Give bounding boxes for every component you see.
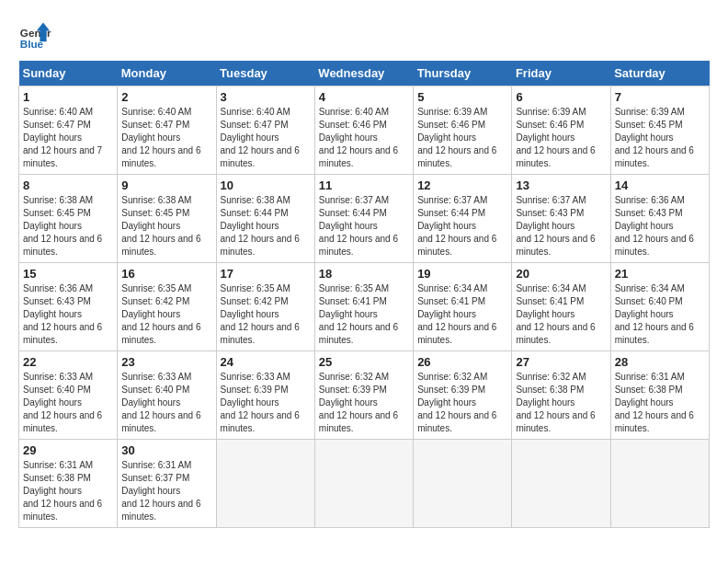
logo: General Blue	[18, 18, 51, 52]
calendar-cell: 10 Sunrise: 6:38 AMSunset: 6:44 PMDaylig…	[216, 175, 314, 263]
week-row-4: 22 Sunrise: 6:33 AMSunset: 6:40 PMDaylig…	[19, 351, 710, 440]
calendar-cell: 1 Sunrise: 6:40 AMSunset: 6:47 PMDayligh…	[19, 86, 118, 175]
day-detail: Sunrise: 6:39 AMSunset: 6:46 PMDaylight …	[417, 107, 496, 168]
calendar-cell: 26 Sunrise: 6:32 AMSunset: 6:39 PMDaylig…	[414, 351, 512, 440]
day-detail: Sunrise: 6:31 AMSunset: 6:38 PMDaylight …	[615, 372, 694, 433]
day-number: 26	[417, 355, 507, 369]
day-detail: Sunrise: 6:38 AMSunset: 6:44 PMDaylight …	[221, 195, 300, 257]
day-detail: Sunrise: 6:39 AMSunset: 6:45 PMDaylight …	[615, 107, 694, 168]
calendar-cell: 12 Sunrise: 6:37 AMSunset: 6:44 PMDaylig…	[414, 175, 512, 263]
day-detail: Sunrise: 6:35 AMSunset: 6:41 PMDaylight …	[319, 283, 398, 345]
calendar-cell: 30 Sunrise: 6:31 AMSunset: 6:37 PMDaylig…	[118, 440, 216, 528]
weekday-monday: Monday	[118, 61, 216, 86]
calendar-cell	[610, 440, 709, 528]
calendar-cell: 15 Sunrise: 6:36 AMSunset: 6:43 PMDaylig…	[19, 263, 118, 351]
calendar-cell: 4 Sunrise: 6:40 AMSunset: 6:46 PMDayligh…	[314, 86, 413, 175]
calendar-cell: 17 Sunrise: 6:35 AMSunset: 6:42 PMDaylig…	[216, 263, 314, 351]
day-number: 27	[516, 355, 606, 369]
calendar-cell: 27 Sunrise: 6:32 AMSunset: 6:38 PMDaylig…	[512, 351, 610, 440]
day-detail: Sunrise: 6:36 AMSunset: 6:43 PMDaylight …	[615, 195, 694, 257]
day-number: 15	[23, 267, 113, 281]
calendar-cell: 13 Sunrise: 6:37 AMSunset: 6:43 PMDaylig…	[512, 175, 610, 263]
day-detail: Sunrise: 6:40 AMSunset: 6:47 PMDaylight …	[221, 107, 300, 168]
week-row-3: 15 Sunrise: 6:36 AMSunset: 6:43 PMDaylig…	[19, 263, 710, 351]
weekday-sunday: Sunday	[19, 61, 118, 86]
calendar-cell: 7 Sunrise: 6:39 AMSunset: 6:45 PMDayligh…	[610, 86, 709, 175]
calendar-cell	[314, 440, 413, 528]
calendar-cell: 20 Sunrise: 6:34 AMSunset: 6:41 PMDaylig…	[512, 263, 610, 351]
calendar-cell	[414, 440, 512, 528]
day-detail: Sunrise: 6:31 AMSunset: 6:38 PMDaylight …	[23, 460, 102, 522]
calendar-cell: 18 Sunrise: 6:35 AMSunset: 6:41 PMDaylig…	[314, 263, 413, 351]
day-detail: Sunrise: 6:38 AMSunset: 6:45 PMDaylight …	[23, 195, 102, 257]
day-detail: Sunrise: 6:34 AMSunset: 6:40 PMDaylight …	[615, 283, 694, 345]
day-detail: Sunrise: 6:37 AMSunset: 6:44 PMDaylight …	[417, 195, 496, 257]
calendar-cell: 9 Sunrise: 6:38 AMSunset: 6:45 PMDayligh…	[118, 175, 216, 263]
week-row-5: 29 Sunrise: 6:31 AMSunset: 6:38 PMDaylig…	[19, 440, 710, 528]
day-number: 3	[221, 90, 311, 104]
calendar-cell	[216, 440, 314, 528]
day-detail: Sunrise: 6:32 AMSunset: 6:39 PMDaylight …	[417, 372, 496, 433]
calendar-table: SundayMondayTuesdayWednesdayThursdayFrid…	[18, 61, 710, 528]
calendar-cell: 29 Sunrise: 6:31 AMSunset: 6:38 PMDaylig…	[19, 440, 118, 528]
calendar-cell: 23 Sunrise: 6:33 AMSunset: 6:40 PMDaylig…	[118, 351, 216, 440]
day-number: 30	[121, 443, 211, 457]
day-detail: Sunrise: 6:37 AMSunset: 6:44 PMDaylight …	[319, 195, 398, 257]
day-detail: Sunrise: 6:34 AMSunset: 6:41 PMDaylight …	[417, 283, 496, 345]
day-number: 18	[319, 267, 409, 281]
day-number: 8	[23, 178, 113, 192]
calendar-cell: 24 Sunrise: 6:33 AMSunset: 6:39 PMDaylig…	[216, 351, 314, 440]
day-detail: Sunrise: 6:32 AMSunset: 6:39 PMDaylight …	[319, 372, 398, 433]
header: General Blue	[18, 18, 710, 52]
calendar-cell: 6 Sunrise: 6:39 AMSunset: 6:46 PMDayligh…	[512, 86, 610, 175]
day-detail: Sunrise: 6:35 AMSunset: 6:42 PMDaylight …	[121, 283, 200, 345]
day-detail: Sunrise: 6:32 AMSunset: 6:38 PMDaylight …	[516, 372, 595, 433]
calendar-cell: 25 Sunrise: 6:32 AMSunset: 6:39 PMDaylig…	[314, 351, 413, 440]
day-number: 4	[319, 90, 409, 104]
day-detail: Sunrise: 6:39 AMSunset: 6:46 PMDaylight …	[516, 107, 595, 168]
day-number: 21	[615, 267, 705, 281]
day-number: 9	[121, 178, 211, 192]
day-number: 5	[417, 90, 507, 104]
day-number: 19	[417, 267, 507, 281]
day-number: 11	[319, 178, 409, 192]
day-number: 10	[221, 178, 311, 192]
logo-icon: General Blue	[18, 18, 51, 52]
day-detail: Sunrise: 6:33 AMSunset: 6:39 PMDaylight …	[221, 372, 300, 433]
day-number: 28	[615, 355, 705, 369]
calendar-cell	[512, 440, 610, 528]
day-detail: Sunrise: 6:37 AMSunset: 6:43 PMDaylight …	[516, 195, 595, 257]
day-number: 25	[319, 355, 409, 369]
day-number: 22	[23, 355, 113, 369]
weekday-friday: Friday	[512, 61, 610, 86]
calendar-cell: 19 Sunrise: 6:34 AMSunset: 6:41 PMDaylig…	[414, 263, 512, 351]
day-number: 20	[516, 267, 606, 281]
day-number: 6	[516, 90, 606, 104]
calendar-cell: 22 Sunrise: 6:33 AMSunset: 6:40 PMDaylig…	[19, 351, 118, 440]
calendar-cell: 28 Sunrise: 6:31 AMSunset: 6:38 PMDaylig…	[610, 351, 709, 440]
day-number: 1	[23, 90, 113, 104]
weekday-tuesday: Tuesday	[216, 61, 314, 86]
calendar-cell: 14 Sunrise: 6:36 AMSunset: 6:43 PMDaylig…	[610, 175, 709, 263]
day-detail: Sunrise: 6:33 AMSunset: 6:40 PMDaylight …	[23, 372, 102, 433]
weekday-wednesday: Wednesday	[314, 61, 413, 86]
day-number: 2	[121, 90, 211, 104]
day-number: 16	[121, 267, 211, 281]
day-number: 23	[121, 355, 211, 369]
day-number: 29	[23, 443, 113, 457]
day-number: 7	[615, 90, 705, 104]
day-detail: Sunrise: 6:34 AMSunset: 6:41 PMDaylight …	[516, 283, 595, 345]
calendar-cell: 3 Sunrise: 6:40 AMSunset: 6:47 PMDayligh…	[216, 86, 314, 175]
day-detail: Sunrise: 6:33 AMSunset: 6:40 PMDaylight …	[121, 372, 200, 433]
calendar-cell: 2 Sunrise: 6:40 AMSunset: 6:47 PMDayligh…	[118, 86, 216, 175]
calendar-cell: 11 Sunrise: 6:37 AMSunset: 6:44 PMDaylig…	[314, 175, 413, 263]
day-number: 24	[221, 355, 311, 369]
day-detail: Sunrise: 6:36 AMSunset: 6:43 PMDaylight …	[23, 283, 102, 345]
calendar-cell: 8 Sunrise: 6:38 AMSunset: 6:45 PMDayligh…	[19, 175, 118, 263]
week-row-1: 1 Sunrise: 6:40 AMSunset: 6:47 PMDayligh…	[19, 86, 710, 175]
day-detail: Sunrise: 6:35 AMSunset: 6:42 PMDaylight …	[221, 283, 300, 345]
week-row-2: 8 Sunrise: 6:38 AMSunset: 6:45 PMDayligh…	[19, 175, 710, 263]
day-number: 14	[615, 178, 705, 192]
day-number: 17	[221, 267, 311, 281]
day-detail: Sunrise: 6:40 AMSunset: 6:47 PMDaylight …	[23, 107, 102, 168]
